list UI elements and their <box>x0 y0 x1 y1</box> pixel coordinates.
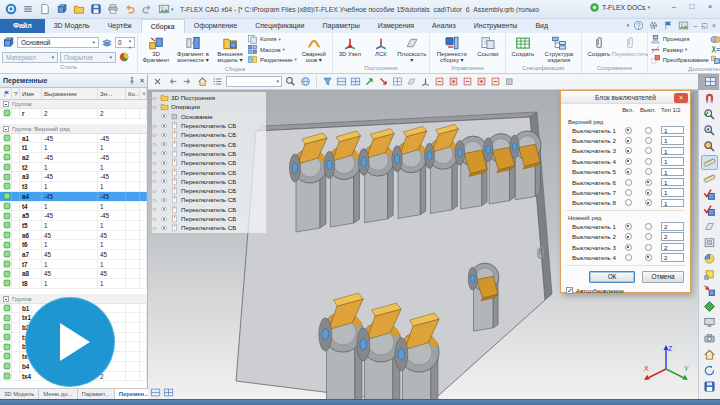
mag-icon[interactable] <box>284 75 297 88</box>
tree-item[interactable]: Основание <box>152 112 266 121</box>
new-doc-icon[interactable] <box>38 2 52 16</box>
move-asm-icon[interactable] <box>444 35 460 51</box>
tab-Оформление[interactable]: Оформление <box>185 19 246 33</box>
fwd-icon[interactable] <box>181 75 194 88</box>
eye-icon[interactable] <box>160 131 168 139</box>
variable-row[interactable]: r22 <box>0 109 147 119</box>
variable-row[interactable]: a64545 <box>0 231 147 241</box>
type-field[interactable]: 1 <box>661 188 684 197</box>
type-field[interactable]: 1 <box>661 157 684 166</box>
ribbon-button-Фрагмент в контексте[interactable]: Фрагмент в контексте ▾ <box>173 34 213 64</box>
magnet-icon[interactable] <box>701 91 718 106</box>
check-cube-icon[interactable] <box>701 187 718 202</box>
ribbon-button-Внешняя модель[interactable]: Внешняя модель ▾ <box>214 34 246 64</box>
variable-row[interactable]: t511 <box>0 221 147 231</box>
lcs-icon[interactable] <box>373 35 389 51</box>
eye-icon[interactable] <box>160 122 168 130</box>
doc-restore-button[interactable]: ◱ <box>701 22 708 30</box>
list-icon[interactable] <box>211 75 224 88</box>
tree-item[interactable]: ▷Переключатель СБ <box>152 139 266 148</box>
image-icon[interactable] <box>157 2 171 16</box>
undo-icon[interactable] <box>123 2 137 16</box>
tab-Инструменты[interactable]: Инструменты <box>465 19 527 33</box>
red-b-icon[interactable] <box>447 75 460 88</box>
minimize-button[interactable]: – <box>668 2 680 11</box>
transform-icon[interactable] <box>650 54 661 65</box>
save-icon[interactable] <box>701 379 718 394</box>
radio-on[interactable] <box>625 147 632 154</box>
ribbon-button-Переменные[interactable]: Переменные <box>710 44 720 54</box>
variable-row[interactable]: a2-45-45 <box>0 153 147 163</box>
links-icon[interactable] <box>480 35 496 51</box>
tree-item[interactable]: ▷Переключатель СБ <box>152 158 266 167</box>
win-v-icon[interactable] <box>349 75 362 88</box>
home-icon[interactable] <box>196 75 209 88</box>
zoom-orange-icon[interactable] <box>701 139 718 154</box>
groups-icon[interactable] <box>710 54 720 65</box>
variable-row[interactable]: t211 <box>0 163 147 173</box>
ribbon-button-Пересечение тел[interactable]: Пересечение тел <box>710 34 720 44</box>
structure-icon[interactable] <box>551 35 567 51</box>
type-field[interactable]: 2 <box>661 222 684 231</box>
maximize-button[interactable]: □ <box>686 2 698 11</box>
intersect-icon[interactable] <box>710 34 720 45</box>
variable-row[interactable]: t311 <box>0 182 147 192</box>
variable-row[interactable]: t111 <box>0 143 147 153</box>
radio-off[interactable] <box>645 137 652 144</box>
tree-item[interactable]: ▷Переключатель СБ <box>152 121 266 130</box>
ribbon-button-ЛСК[interactable]: ЛСК <box>366 34 396 57</box>
coating-select[interactable]: Покрытие▾ <box>60 52 116 63</box>
eye-icon[interactable] <box>160 177 168 185</box>
variable-row[interactable]: a3-45-45 <box>0 172 147 182</box>
tab-Вид[interactable]: Вид <box>526 19 557 33</box>
radio-on[interactable] <box>625 244 632 251</box>
radio-off[interactable] <box>645 254 652 261</box>
dialog-close-button[interactable]: × <box>674 93 688 103</box>
tree-item[interactable]: ▷Переключатель СБ <box>152 149 266 158</box>
close-x-icon[interactable] <box>151 75 164 88</box>
variable-row[interactable]: a84545 <box>0 269 147 279</box>
tab-Сборка[interactable]: Сборка <box>141 19 185 33</box>
win-h-icon[interactable] <box>150 387 161 398</box>
tree-item[interactable]: ▷Переключатель СБ <box>152 167 266 176</box>
zoom-check-icon[interactable] <box>701 107 718 122</box>
tree-item[interactable]: ▷Переключатель СБ <box>152 205 266 214</box>
lcs-icon[interactable] <box>419 75 432 88</box>
variable-group-header[interactable]: Группа: Верхний ряд <box>0 125 147 134</box>
doc-minimize-button[interactable]: – <box>693 22 697 29</box>
home-icon[interactable] <box>701 347 718 362</box>
type-field[interactable]: 1 <box>661 147 684 156</box>
type-field[interactable]: 1 <box>661 178 684 187</box>
eye-icon[interactable] <box>160 112 168 120</box>
type-field[interactable]: 2 <box>661 243 684 252</box>
red-a-icon[interactable] <box>461 75 474 88</box>
radio-on[interactable] <box>625 127 632 134</box>
variable-row[interactable]: t811 <box>0 279 147 289</box>
qat-dropdown-icon[interactable]: ▾ <box>171 7 174 12</box>
variable-group-header[interactable]: Группа: <box>0 100 147 109</box>
tab-Анализ[interactable]: Анализ <box>423 19 465 33</box>
eye-icon[interactable] <box>160 205 168 213</box>
autoupdate-checkbox[interactable]: ✓ <box>566 287 573 294</box>
ribbon-button-Создать[interactable]: Создать <box>508 34 538 57</box>
help-icon[interactable] <box>633 20 644 31</box>
red-a-icon[interactable] <box>489 75 502 88</box>
ribbon-button-Массив[interactable]: Массив▾ <box>247 44 297 54</box>
node3d-icon[interactable] <box>342 35 358 51</box>
tree-item[interactable]: ▷Переключатель СБ <box>152 186 266 195</box>
tree-item[interactable]: ▷Переключатель СБ <box>152 130 266 139</box>
rotate-icon[interactable] <box>701 363 718 378</box>
type-field[interactable]: 1 <box>661 136 684 145</box>
check-cube-icon[interactable] <box>701 203 718 218</box>
dim-icon[interactable] <box>650 44 661 55</box>
menu-icon[interactable] <box>21 2 35 16</box>
ybox-icon[interactable] <box>701 267 718 282</box>
ribbon-button-Создать[interactable]: Создать <box>584 34 614 57</box>
ribbon-button-Плоскость[interactable]: Плоскость ▾ <box>397 34 427 64</box>
panel-tab-Парамет...[interactable]: Парамет... <box>78 389 115 399</box>
doc-close-button[interactable]: × <box>712 22 716 29</box>
cube-icon[interactable] <box>55 2 69 16</box>
video-play-button[interactable] <box>25 297 115 387</box>
variable-row[interactable]: a5-45-45 <box>0 211 147 221</box>
radio-off[interactable] <box>645 233 652 240</box>
